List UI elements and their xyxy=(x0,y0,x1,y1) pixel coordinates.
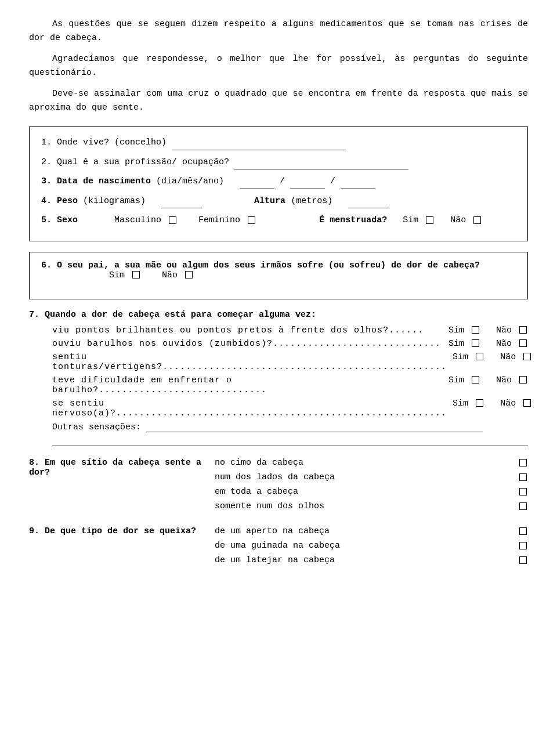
q5-fem-checkbox[interactable] xyxy=(248,216,255,224)
outras-label: Outras sensações: xyxy=(52,422,141,432)
q8-option-2-text: num dos lados da cabeça xyxy=(215,472,517,482)
q7-item-3-nao-checkbox[interactable] xyxy=(523,353,531,360)
q8-option-4: somente num dos olhos xyxy=(215,501,528,511)
intro-paragraph-3: Deve-se assinalar com uma cruz o quadrad… xyxy=(29,87,528,115)
outras-field-1[interactable] xyxy=(146,422,483,432)
outras-field-2[interactable] xyxy=(52,436,528,446)
q6-sim-checkbox[interactable] xyxy=(132,271,140,278)
question-1: 1. Onde vive? (concelho) xyxy=(41,135,516,150)
q7-item-4: teve dificuldade em enfrentar o barulho?… xyxy=(29,375,528,395)
nao-label-4: Não xyxy=(496,375,512,385)
q5-sim-checkbox[interactable] xyxy=(426,216,433,224)
q5-fem-label: Feminino xyxy=(198,215,240,225)
q9-option-3-checkbox[interactable] xyxy=(519,556,527,564)
q9-option-3: de um latejar na cabeça xyxy=(215,555,528,565)
q8-option-1-text: no cimo da cabeça xyxy=(215,458,517,468)
q7-item-2-nao-checkbox[interactable] xyxy=(519,339,527,347)
q6-sim-label: Sim xyxy=(109,270,125,280)
sim-label-1: Sim xyxy=(449,325,464,335)
q3-month-field[interactable] xyxy=(290,179,325,189)
q6-nao-checkbox[interactable] xyxy=(185,271,193,278)
section-q9: 9. De que tipo de dor se queixa? de um a… xyxy=(29,526,528,570)
q7-item-3-simnao: Sim Não xyxy=(453,352,532,362)
section-personal-info: 1. Onde vive? (concelho) 2. Qual é a sua… xyxy=(29,126,528,241)
section-q8: 8. Em que sítio da cabeça sente a dor? n… xyxy=(29,458,528,516)
q7-header: 7. Quando a dor de cabeça está para come… xyxy=(29,310,528,320)
q9-right: de um aperto na cabeça de uma guinada na… xyxy=(215,526,528,570)
outras-line-2 xyxy=(29,436,528,446)
q7-item-2-sim-checkbox[interactable] xyxy=(472,339,479,347)
question-4: 4. Peso (kilogramas) Altura (metros) xyxy=(41,194,516,209)
q4b-sublabel: (metros) xyxy=(291,196,332,206)
question-2: 2. Qual é a sua profissão/ ocupação? xyxy=(41,155,516,170)
sim-label-4: Sim xyxy=(449,375,464,385)
q8-left: 8. Em que sítio da cabeça sente a dor? xyxy=(29,458,215,478)
q9-option-1: de um aperto na cabeça xyxy=(215,526,528,536)
q4b-altura-field[interactable] xyxy=(348,198,389,208)
q8-option-3-checkbox[interactable] xyxy=(519,488,527,495)
sim-label-3: Sim xyxy=(453,352,468,362)
q5-mens-label: É menstruada? xyxy=(319,215,387,225)
q8-option-3-text: em toda a cabeça xyxy=(215,487,517,497)
q7-item-5-nao-checkbox[interactable] xyxy=(523,399,531,407)
q7-item-5: se sentiu nervoso(a)?...................… xyxy=(29,399,528,418)
q4-peso-field[interactable] xyxy=(161,198,202,208)
q8-option-1: no cimo da cabeça xyxy=(215,458,528,468)
q8-option-2-checkbox[interactable] xyxy=(519,473,527,481)
q3-year-field[interactable] xyxy=(341,179,375,189)
q8-option-4-text: somente num dos olhos xyxy=(215,501,517,511)
q7-item-5-simnao: Sim Não xyxy=(453,399,532,408)
q8-option-1-checkbox[interactable] xyxy=(519,459,527,466)
q7-item-4-nao-checkbox[interactable] xyxy=(519,376,527,384)
q5-nao-checkbox[interactable] xyxy=(473,216,481,224)
q8-option-3: em toda a cabeça xyxy=(215,487,528,497)
q9-option-1-text: de um aperto na cabeça xyxy=(215,526,517,536)
q7-item-2: ouviu barulhos nos ouvidos (zumbidos)?..… xyxy=(29,339,528,349)
q7-item-2-simnao: Sim Não xyxy=(449,339,528,349)
q4-sublabel: (kilogramas) xyxy=(83,196,146,206)
q8-right: no cimo da cabeça num dos lados da cabeç… xyxy=(215,458,528,516)
q5-sim-label: Sim xyxy=(403,215,418,225)
q2-label: 2. Qual é a sua profissão/ ocupação? xyxy=(41,157,229,167)
question-6: 6. O seu pai, a sua mãe ou algum dos seu… xyxy=(41,261,516,280)
intro-section: As questões que se seguem dizem respeito… xyxy=(29,17,528,115)
q8-label: 8. Em que sítio da cabeça sente a dor? xyxy=(29,458,201,478)
q7-item-4-text: teve dificuldade em enfrentar o barulho?… xyxy=(52,375,443,395)
question-5: 5. Sexo Masculino Feminino É menstruada?… xyxy=(41,213,516,228)
q7-item-3-sim-checkbox[interactable] xyxy=(476,353,483,360)
outras-sensacoes: Outras sensações: xyxy=(29,422,528,432)
q7-item-3: sentiu tonturas/vertigens?..............… xyxy=(29,352,528,372)
q7-item-1-nao-checkbox[interactable] xyxy=(519,326,527,334)
q9-option-2-text: de uma guinada na cabeça xyxy=(215,541,517,551)
q7-item-3-text: sentiu tonturas/vertigens?..............… xyxy=(52,352,447,372)
q5-masc-checkbox[interactable] xyxy=(169,216,176,224)
nao-label-1: Não xyxy=(496,325,512,335)
q9-label: 9. De que tipo de dor se queixa? xyxy=(29,526,196,536)
q9-option-2-checkbox[interactable] xyxy=(519,542,527,549)
q1-answer-field[interactable] xyxy=(172,140,346,150)
q8-option-2: num dos lados da cabeça xyxy=(215,472,528,482)
q4b-label: Altura xyxy=(254,196,285,206)
q7-item-1-sim-checkbox[interactable] xyxy=(472,326,479,334)
q2-answer-field[interactable] xyxy=(234,159,408,169)
q7-item-2-text: ouviu barulhos nos ouvidos (zumbidos)?..… xyxy=(52,339,443,349)
q7-item-5-sim-checkbox[interactable] xyxy=(476,399,483,407)
q9-option-1-checkbox[interactable] xyxy=(519,527,527,535)
sim-label-2: Sim xyxy=(449,339,464,349)
q9-option-3-text: de um latejar na cabeça xyxy=(215,555,517,565)
q4-label: 4. Peso xyxy=(41,196,78,206)
q5-label: 5. Sexo xyxy=(41,215,78,225)
nao-label-3: Não xyxy=(500,352,516,362)
q7-label: 7. Quando a dor de cabeça está para come… xyxy=(29,310,316,320)
q3-day-field[interactable] xyxy=(240,179,274,189)
q7-item-5-text: se sentiu nervoso(a)?...................… xyxy=(52,399,447,418)
intro-paragraph-1: As questões que se seguem dizem respeito… xyxy=(29,17,528,45)
question-3: 3. Data de nascimento (dia/mês/ano) / / xyxy=(41,174,516,189)
q6-nao-label: Não xyxy=(162,270,178,280)
q7-item-1-text: viu pontos brilhantes ou pontos pretos à… xyxy=(52,325,443,335)
section-q7: 7. Quando a dor de cabeça está para come… xyxy=(29,310,528,446)
q8-option-4-checkbox[interactable] xyxy=(519,502,527,510)
q7-item-4-sim-checkbox[interactable] xyxy=(472,376,479,384)
sim-label-5: Sim xyxy=(453,399,468,408)
intro-paragraph-2: Agradecíamos que respondesse, o melhor q… xyxy=(29,52,528,80)
